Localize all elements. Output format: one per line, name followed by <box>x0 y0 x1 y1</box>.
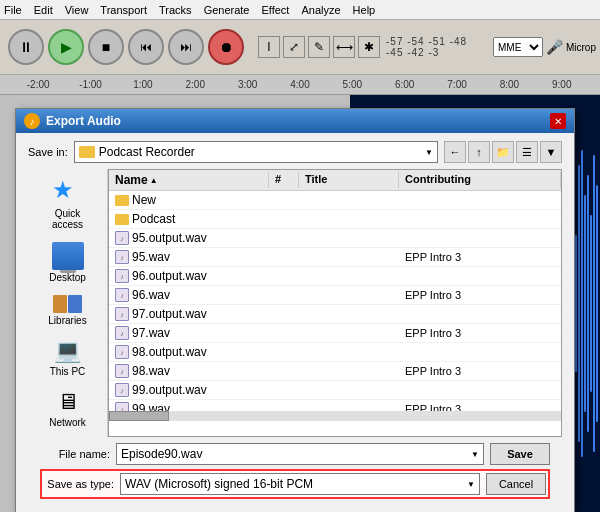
toolbar: ⏸ ▶ ■ ⏮ ⏭ ⏺ I ⤢ ✎ ⟷ ✱ -57 -54 -51 -48 -4… <box>0 20 600 75</box>
file-name: 97.output.wav <box>132 307 207 321</box>
skip-end-button[interactable]: ⏭ <box>168 29 204 65</box>
list-item[interactable]: ♪ 99.wav EPP Intro 3 <box>109 400 561 411</box>
cancel-button[interactable]: Cancel <box>486 473 546 495</box>
menu-transport[interactable]: Transport <box>100 4 147 16</box>
list-item[interactable]: ♪ 98.wav EPP Intro 3 <box>109 362 561 381</box>
wav-icon: ♪ <box>115 364 129 378</box>
save-button[interactable]: Save <box>490 443 550 465</box>
save-in-dropdown-arrow: ▼ <box>425 148 433 157</box>
menu-tracks[interactable]: Tracks <box>159 4 192 16</box>
menu-view[interactable]: View <box>65 4 89 16</box>
dialog-title-group: ♪ Export Audio <box>24 113 121 129</box>
dialog-titlebar: ♪ Export Audio ✕ <box>16 109 574 133</box>
save-in-dropdown[interactable]: Podcast Recorder ▼ <box>74 141 438 163</box>
skip-start-button[interactable]: ⏮ <box>128 29 164 65</box>
list-item[interactable]: ♪ 99.output.wav <box>109 381 561 400</box>
sidebar-item-label-quick-access: Quick access <box>40 208 96 230</box>
col-header-title[interactable]: Title <box>299 172 399 188</box>
view-options-button[interactable]: ☰ <box>516 141 538 163</box>
pause-button[interactable]: ⏸ <box>8 29 44 65</box>
scrollbar-thumb[interactable] <box>109 411 169 421</box>
record-button[interactable]: ⏺ <box>208 29 244 65</box>
sidebar-item-quick-access[interactable]: ★ Quick access <box>33 173 103 235</box>
wav-icon: ♪ <box>115 269 129 283</box>
view-more-button[interactable]: ▼ <box>540 141 562 163</box>
file-name: Podcast <box>132 212 175 226</box>
col-header-name[interactable]: Name ▲ <box>109 172 269 188</box>
select-tool[interactable]: ⤢ <box>283 36 305 58</box>
sidebar-item-this-pc[interactable]: 💻 This PC <box>33 333 103 382</box>
timeline: -2:00 -1:00 1:00 2:00 3:00 4:00 5:00 6:0… <box>0 75 600 95</box>
new-folder-button[interactable]: 📁 <box>492 141 514 163</box>
svg-rect-78 <box>581 150 583 457</box>
main-file-area: ★ Quick access Desktop <box>28 169 562 437</box>
play-button[interactable]: ▶ <box>48 29 84 65</box>
timeline-marker: 9:00 <box>536 79 588 90</box>
filename-input[interactable]: Episode90.wav ▼ <box>116 443 484 465</box>
col-header-num[interactable]: # <box>269 172 299 188</box>
multitool[interactable]: ✱ <box>358 36 380 58</box>
wav-icon: ♪ <box>115 250 129 264</box>
sidebar-item-network[interactable]: 🖥 Network <box>33 384 103 433</box>
stop-button[interactable]: ■ <box>88 29 124 65</box>
wav-icon: ♪ <box>115 402 129 411</box>
filename-row: File name: Episode90.wav ▼ Save <box>40 443 550 465</box>
libraries-icon <box>53 295 82 313</box>
list-item[interactable]: ♪ 95.output.wav <box>109 229 561 248</box>
nav-up-button[interactable]: ↑ <box>468 141 490 163</box>
file-list-body[interactable]: New Podcast <box>109 191 561 411</box>
horizontal-scrollbar[interactable] <box>109 411 561 421</box>
audio-host-select[interactable]: MME <box>493 37 543 57</box>
svg-rect-82 <box>593 155 595 452</box>
pencil-tool[interactable]: ✎ <box>308 36 330 58</box>
dialog-title-text: Export Audio <box>46 114 121 128</box>
menu-effect[interactable]: Effect <box>262 4 290 16</box>
sidebar-item-libraries[interactable]: Libraries <box>33 290 103 331</box>
zoom-tool[interactable]: ⟷ <box>333 36 355 58</box>
sidebar-item-label-this-pc: This PC <box>50 366 86 377</box>
file-name: 97.wav <box>132 326 170 340</box>
list-item[interactable]: Podcast <box>109 210 561 229</box>
file-name: 98.wav <box>132 364 170 378</box>
microphone-label: Microp <box>566 42 596 53</box>
list-item[interactable]: New <box>109 191 561 210</box>
wav-icon: ♪ <box>115 345 129 359</box>
list-item[interactable]: ♪ 96.wav EPP Intro 3 <box>109 286 561 305</box>
menu-file[interactable]: File <box>4 4 22 16</box>
dialog-content-area: Save in: Podcast Recorder ▼ ← ↑ 📁 ☰ ▼ <box>16 133 574 512</box>
filename-dropdown-arrow: ▼ <box>471 450 479 459</box>
list-item[interactable]: ♪ 95.wav EPP Intro 3 <box>109 248 561 267</box>
menu-analyze[interactable]: Analyze <box>301 4 340 16</box>
list-item[interactable]: ♪ 97.output.wav <box>109 305 561 324</box>
file-name: 95.wav <box>132 250 170 264</box>
save-in-label: Save in: <box>28 146 68 158</box>
cursor-tool[interactable]: I <box>258 36 280 58</box>
wav-icon: ♪ <box>115 383 129 397</box>
sidebar-item-desktop[interactable]: Desktop <box>33 237 103 288</box>
timeline-marker: 6:00 <box>379 79 431 90</box>
dialog-close-button[interactable]: ✕ <box>550 113 566 129</box>
saveas-dropdown[interactable]: WAV (Microsoft) signed 16-bit PCM ▼ <box>120 473 480 495</box>
svg-rect-81 <box>590 215 592 392</box>
timeline-marker: -2:00 <box>12 79 64 90</box>
timeline-marker: 1:00 <box>117 79 169 90</box>
sidebar-item-label-network: Network <box>49 417 86 428</box>
filename-label: File name: <box>40 448 110 460</box>
file-name: 96.output.wav <box>132 269 207 283</box>
menu-edit[interactable]: Edit <box>34 4 53 16</box>
menu-help[interactable]: Help <box>353 4 376 16</box>
name-sort-arrow: ▲ <box>150 176 158 185</box>
col-header-contrib[interactable]: Contributing <box>399 172 561 188</box>
list-item[interactable]: ♪ 98.output.wav <box>109 343 561 362</box>
timeline-marker: 3:00 <box>221 79 273 90</box>
timeline-marker: 5:00 <box>326 79 378 90</box>
nav-back-button[interactable]: ← <box>444 141 466 163</box>
dialog-bottom: File name: Episode90.wav ▼ Save Save as … <box>28 437 562 505</box>
menu-generate[interactable]: Generate <box>204 4 250 16</box>
saveas-row: Save as type: WAV (Microsoft) signed 16-… <box>40 469 550 499</box>
list-item[interactable]: ♪ 96.output.wav <box>109 267 561 286</box>
file-list-area: Name ▲ # Title Contributing New <box>108 169 562 437</box>
timeline-marker: -1:00 <box>64 79 116 90</box>
list-item[interactable]: ♪ 97.wav EPP Intro 3 <box>109 324 561 343</box>
svg-rect-76 <box>575 235 577 372</box>
